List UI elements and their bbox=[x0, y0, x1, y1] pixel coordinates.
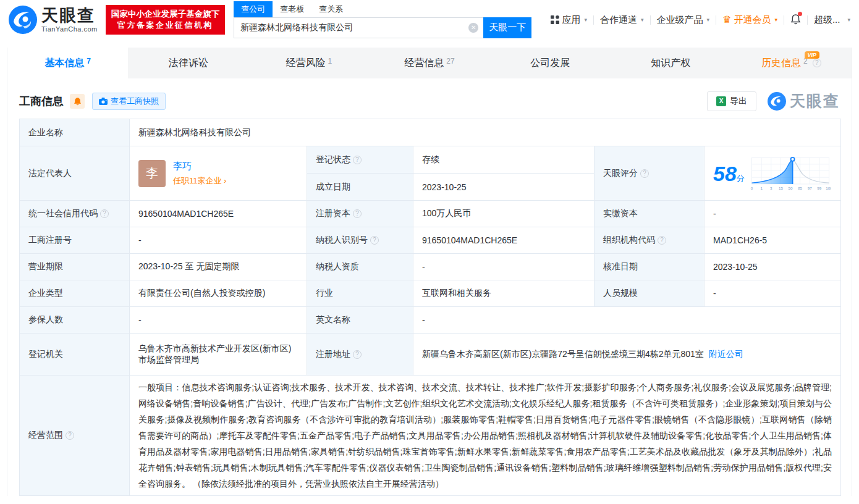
tab-history-info[interactable]: VIP 历史信息 2 ? bbox=[731, 48, 852, 78]
excel-icon: X bbox=[716, 96, 726, 106]
field-label: 核准日期 bbox=[595, 254, 705, 280]
taxpayer-qualification-value: - bbox=[413, 254, 595, 280]
tab-label: 公司发展 bbox=[530, 57, 570, 70]
help-icon[interactable]: ? bbox=[66, 431, 74, 440]
score-unit: 分 bbox=[737, 174, 745, 183]
credit-code-value: 91650104MAD1CH265E bbox=[130, 201, 307, 227]
business-term-value: 2023-10-25 至 无固定期限 bbox=[130, 254, 307, 280]
tab-legal-proceedings[interactable]: 法律诉讼 bbox=[128, 48, 248, 78]
cert-badge-line1: 国家中小企业发展子基金旗下 bbox=[111, 8, 220, 20]
table-row: 经营范围? 一般项目：信息技术咨询服务;认证咨询;技术服务、技术开发、技术咨询、… bbox=[20, 376, 841, 496]
help-icon[interactable]: ? bbox=[813, 59, 821, 67]
export-button[interactable]: X 导出 bbox=[707, 91, 756, 111]
field-label: 成立日期 bbox=[307, 174, 413, 201]
nav-account[interactable]: 超级... bbox=[814, 14, 840, 26]
camera-icon bbox=[99, 98, 108, 105]
table-row: 参保人数 - 英文名称 - bbox=[20, 307, 841, 334]
nav-apps[interactable]: 应用 ▾ bbox=[551, 14, 587, 26]
nav-vip-label: 开通会员 bbox=[734, 14, 771, 26]
registration-status-value: 存续 bbox=[413, 146, 595, 174]
field-label: 纳税人识别号? bbox=[307, 227, 413, 254]
registered-address-cell: 新疆乌鲁木齐高新区(新市区)京疆路72号呈信朗悦盛境三期4栋2单元801室附近公… bbox=[413, 334, 841, 376]
company-type-value: 有限责任公司(自然人投资或控股) bbox=[130, 280, 307, 307]
account-label: 超级... bbox=[814, 14, 840, 26]
rep-companies-link[interactable]: 任职11家企业 › bbox=[173, 175, 226, 187]
tab-count: 7 bbox=[87, 57, 91, 65]
svg-text:3: 3 bbox=[770, 185, 772, 190]
vip-badge: VIP bbox=[805, 51, 819, 59]
field-label: 经营范围? bbox=[20, 376, 130, 496]
search-input[interactable] bbox=[234, 17, 483, 38]
nav-enterprise-products[interactable]: 企业级产品 ▾ bbox=[657, 14, 710, 26]
field-label: 参保人数 bbox=[20, 307, 130, 334]
registration-authority-value: 乌鲁木齐市高新技术产业开发区(新市区)市场监督管理局 bbox=[130, 334, 307, 376]
tab-label: 法律诉讼 bbox=[169, 57, 208, 70]
paid-capital-value: - bbox=[705, 201, 841, 227]
tab-intellectual-property[interactable]: 知识产权 bbox=[611, 48, 731, 78]
help-icon[interactable]: ? bbox=[353, 156, 362, 164]
tianyancha-watermark-icon bbox=[768, 92, 786, 111]
tab-company-development[interactable]: 公司发展 bbox=[490, 48, 611, 78]
tab-business-risk[interactable]: 经营风险 1 bbox=[248, 48, 369, 78]
nav-divider bbox=[716, 15, 716, 25]
field-label: 营业期限 bbox=[20, 254, 130, 280]
approval-date-value: 2023-10-25 bbox=[705, 254, 841, 280]
avatar[interactable]: 李 bbox=[138, 160, 166, 187]
staff-size-value: - bbox=[705, 280, 841, 307]
field-label: 统一社会信用代码? bbox=[20, 201, 130, 227]
watermark-logo: 天眼查 bbox=[768, 91, 840, 111]
brand-name: 天眼查 bbox=[41, 7, 98, 24]
search-tab-relation[interactable]: 查关系 bbox=[311, 1, 350, 17]
tianyancha-logo-icon bbox=[9, 6, 37, 34]
search-button[interactable]: 天眼一下 bbox=[483, 17, 531, 38]
help-icon[interactable]: ? bbox=[353, 350, 362, 359]
svg-text:0: 0 bbox=[751, 185, 753, 190]
tab-count: 27 bbox=[446, 57, 454, 65]
svg-text:15: 15 bbox=[779, 185, 783, 190]
legal-rep-cell: 李 李巧 任职11家企业 › bbox=[130, 146, 307, 201]
nav-divider bbox=[807, 15, 808, 25]
help-icon[interactable]: ? bbox=[640, 169, 649, 178]
tab-basic-info[interactable]: 基本信息 7 bbox=[7, 48, 128, 78]
tab-business-info[interactable]: 经营信息 27 bbox=[369, 48, 489, 78]
help-icon[interactable]: ? bbox=[100, 209, 109, 218]
monitor-bell-button[interactable] bbox=[70, 94, 85, 109]
search-tab-company[interactable]: 查公司 bbox=[234, 1, 273, 17]
snapshot-button-label: 查看工商快照 bbox=[111, 96, 159, 107]
help-icon[interactable]: ? bbox=[658, 236, 666, 245]
chevron-down-icon: ▾ bbox=[584, 17, 587, 23]
nearby-companies-link[interactable]: 附近公司 bbox=[709, 349, 743, 359]
search-tab-boss[interactable]: 查老板 bbox=[273, 1, 311, 17]
field-label: 注册地址? bbox=[307, 334, 413, 376]
registration-number-value: - bbox=[130, 227, 307, 254]
crown-icon: ♛ bbox=[722, 15, 731, 25]
help-icon[interactable]: ? bbox=[370, 236, 379, 245]
notification-bell[interactable] bbox=[790, 14, 801, 27]
svg-text:97: 97 bbox=[808, 185, 812, 190]
nav-divider bbox=[593, 15, 594, 25]
tab-label: 基本信息 bbox=[44, 57, 84, 70]
legal-rep-link[interactable]: 李巧 bbox=[173, 161, 226, 172]
field-label: 组织机构代码? bbox=[595, 227, 705, 254]
field-label: 登记机关 bbox=[20, 334, 130, 376]
nav-partner-channel[interactable]: 合作通道 ▾ bbox=[600, 14, 644, 26]
view-snapshot-button[interactable]: 查看工商快照 bbox=[92, 93, 166, 110]
field-label: 行业 bbox=[307, 280, 413, 307]
svg-text:50: 50 bbox=[788, 185, 792, 190]
svg-text:99: 99 bbox=[817, 185, 821, 190]
table-row: 企业名称 新疆森林北网络科技有限公司 bbox=[20, 119, 841, 146]
registered-address-value: 新疆乌鲁木齐高新区(新市区)京疆路72号呈信朗悦盛境三期4栋2单元801室 bbox=[422, 349, 704, 359]
field-label: 英文名称 bbox=[307, 307, 413, 334]
top-bar: 天眼查 TianYanCha.com 国家中小企业发展子基金旗下 官方备案企业征… bbox=[0, 0, 859, 40]
field-label: 企业名称 bbox=[20, 119, 130, 146]
score-distribution-chart: 0 1 3 15 50 85 97 99 100 bbox=[750, 152, 831, 195]
svg-text:1: 1 bbox=[760, 185, 763, 190]
help-icon[interactable]: ? bbox=[353, 209, 362, 218]
taxpayer-id-value: 91650104MAD1CH265E bbox=[413, 227, 595, 254]
tianyancha-logo[interactable]: 天眼查 TianYanCha.com bbox=[9, 6, 98, 34]
nav-apps-label: 应用 bbox=[562, 14, 580, 26]
clear-icon[interactable]: ✕ bbox=[468, 23, 478, 33]
nav-divider bbox=[650, 15, 651, 25]
tab-count: 1 bbox=[328, 57, 332, 65]
nav-open-vip[interactable]: ♛ 开通会员 ▾ bbox=[722, 14, 777, 26]
